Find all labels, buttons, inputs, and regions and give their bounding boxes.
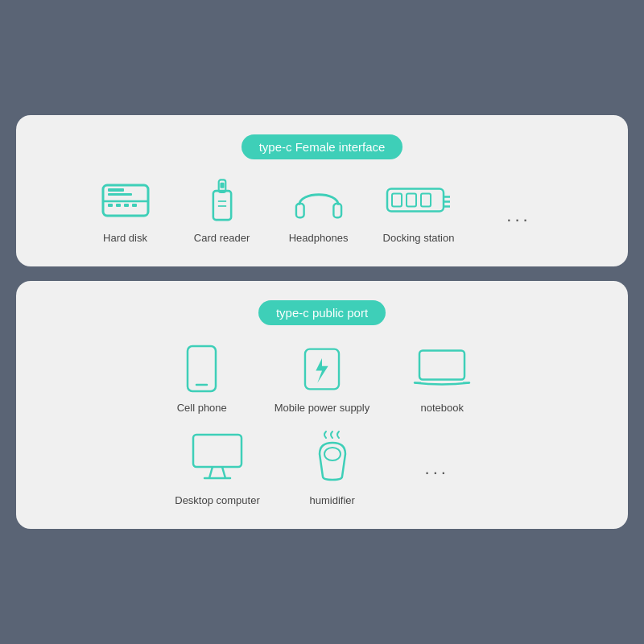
cell-phone-label: Cell phone — [177, 402, 227, 414]
icon-grid-public: Cell phone Mobile power supply noteboo — [32, 343, 612, 506]
svg-line-31 — [222, 467, 225, 478]
item-headphones: Headphones — [287, 177, 351, 244]
card-female-interface: type-c Female interface Hard disk — [16, 115, 628, 266]
more-items-indicator-2: ... — [405, 442, 469, 479]
badge-public-port: type-c public port — [258, 300, 386, 325]
svg-marker-25 — [316, 358, 328, 383]
svg-rect-29 — [193, 435, 242, 467]
icon-row-female: Hard disk Card reader Headphones — [32, 177, 612, 244]
humidifier-icon — [308, 430, 357, 488]
svg-rect-6 — [108, 188, 124, 192]
icon-row-public-2: Desktop computer humidifier ... — [32, 430, 612, 506]
more-items-indicator: ... — [486, 189, 551, 226]
headphones-icon — [291, 177, 347, 225]
svg-rect-13 — [295, 204, 303, 217]
svg-rect-18 — [421, 194, 431, 207]
cell-phone-icon — [184, 343, 220, 395]
svg-rect-14 — [333, 204, 341, 217]
icon-row-public-1: Cell phone Mobile power supply noteboo — [32, 343, 612, 414]
svg-rect-3 — [116, 204, 121, 207]
item-mobile-power: Mobile power supply — [275, 343, 370, 414]
svg-rect-8 — [213, 191, 230, 220]
card-reader-icon — [202, 177, 242, 225]
headphones-label: Headphones — [289, 232, 349, 244]
dots-icon-2: ... — [425, 458, 449, 479]
notebook-label: notebook — [421, 402, 464, 414]
svg-rect-26 — [419, 351, 464, 380]
mobile-power-icon — [298, 343, 346, 395]
notebook-icon — [413, 343, 471, 395]
hard-disk-icon — [98, 177, 153, 225]
humidifier-label: humidifier — [310, 494, 355, 506]
docking-station-icon — [384, 177, 452, 225]
svg-rect-10 — [220, 183, 224, 188]
mobile-power-label: Mobile power supply — [275, 402, 370, 414]
svg-rect-17 — [407, 194, 416, 207]
svg-rect-2 — [108, 204, 113, 207]
item-desktop-computer: Desktop computer — [175, 430, 260, 506]
svg-rect-16 — [392, 194, 402, 207]
dots-icon: ... — [506, 205, 530, 226]
svg-rect-5 — [132, 204, 137, 207]
svg-rect-7 — [108, 193, 132, 196]
item-hard-disk: Hard disk — [93, 177, 158, 244]
item-card-reader: Card reader — [190, 177, 254, 244]
card-reader-label: Card reader — [194, 232, 250, 244]
item-docking-station: Docking station — [383, 177, 455, 244]
svg-line-30 — [209, 467, 213, 478]
svg-point-33 — [324, 448, 341, 460]
desktop-computer-icon — [188, 430, 246, 488]
hard-disk-label: Hard disk — [103, 232, 147, 244]
desktop-computer-label: Desktop computer — [175, 494, 260, 506]
item-humidifier: humidifier — [300, 430, 365, 506]
docking-station-label: Docking station — [383, 232, 455, 244]
item-cell-phone: Cell phone — [170, 343, 234, 414]
card-public-port: type-c public port Cell phone Mobile pow… — [16, 281, 628, 529]
badge-female-interface: type-c Female interface — [242, 134, 403, 159]
svg-rect-4 — [124, 204, 129, 207]
item-notebook: notebook — [410, 343, 474, 414]
